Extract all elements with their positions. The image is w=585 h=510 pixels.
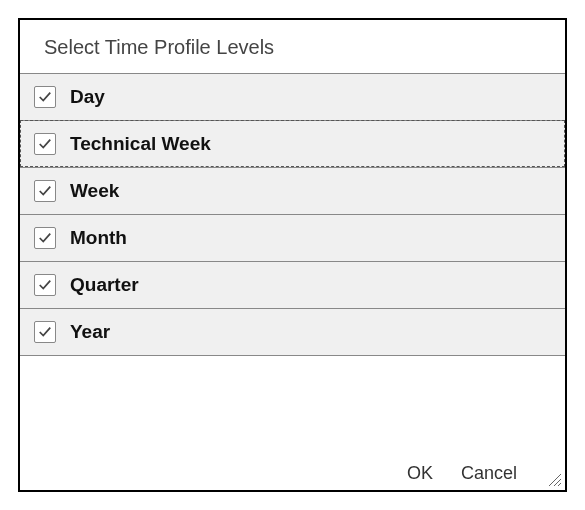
- list-item-label: Week: [70, 180, 119, 202]
- list-item[interactable]: Year: [20, 308, 565, 356]
- list-item[interactable]: Quarter: [20, 261, 565, 308]
- check-icon: [38, 137, 52, 151]
- list-item[interactable]: Technical Week: [20, 120, 565, 167]
- checkbox[interactable]: [34, 180, 56, 202]
- list-item-label: Quarter: [70, 274, 139, 296]
- check-icon: [38, 184, 52, 198]
- check-icon: [38, 231, 52, 245]
- check-icon: [38, 90, 52, 104]
- dialog-title: Select Time Profile Levels: [20, 20, 565, 73]
- list-item-label: Year: [70, 321, 110, 343]
- resize-handle-icon[interactable]: [546, 471, 562, 487]
- list-item-label: Month: [70, 227, 127, 249]
- checkbox[interactable]: [34, 321, 56, 343]
- checkbox[interactable]: [34, 86, 56, 108]
- svg-line-2: [558, 483, 561, 486]
- checkbox[interactable]: [34, 274, 56, 296]
- list-item[interactable]: Week: [20, 167, 565, 214]
- check-icon: [38, 325, 52, 339]
- list-item[interactable]: Day: [20, 73, 565, 120]
- list-item[interactable]: Month: [20, 214, 565, 261]
- checkbox[interactable]: [34, 227, 56, 249]
- cancel-button[interactable]: Cancel: [461, 463, 517, 484]
- list-item-label: Day: [70, 86, 105, 108]
- ok-button[interactable]: OK: [407, 463, 433, 484]
- list-item-label: Technical Week: [70, 133, 211, 155]
- levels-list: DayTechnical WeekWeekMonthQuarterYear: [20, 73, 565, 356]
- check-icon: [38, 278, 52, 292]
- time-profile-dialog: Select Time Profile Levels DayTechnical …: [18, 18, 567, 492]
- checkbox[interactable]: [34, 133, 56, 155]
- dialog-footer: OK Cancel: [20, 445, 565, 490]
